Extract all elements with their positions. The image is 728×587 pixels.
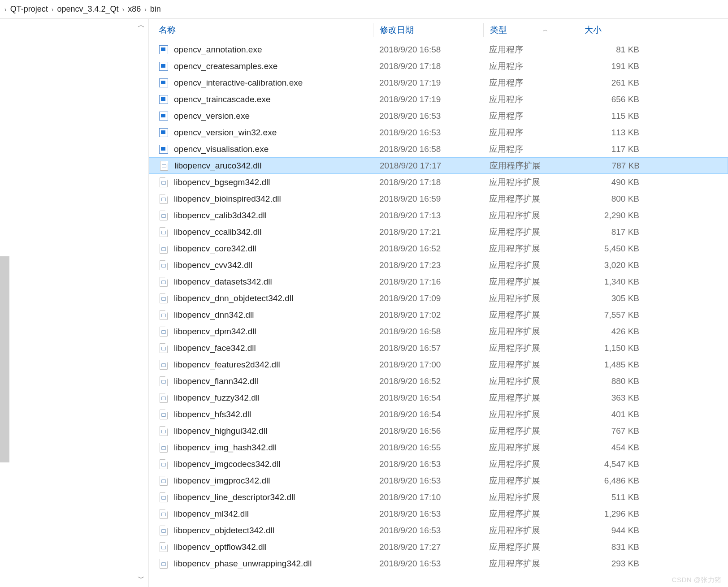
- breadcrumb-item[interactable]: opencv_3.4.2_Qt: [54, 4, 121, 14]
- file-row[interactable]: libopencv_dnn342.dll2018/9/20 17:02应用程序扩…: [149, 306, 728, 323]
- file-row[interactable]: libopencv_optflow342.dll2018/9/20 17:27应…: [149, 539, 728, 555]
- file-name: opencv_createsamples.exe: [174, 61, 373, 71]
- file-name: libopencv_dnn342.dll: [174, 310, 373, 320]
- file-type: 应用程序: [483, 77, 577, 89]
- file-row[interactable]: libopencv_hfs342.dll2018/9/20 16:54应用程序扩…: [149, 406, 728, 423]
- file-type: 应用程序扩展: [483, 359, 577, 371]
- file-name: libopencv_datasets342.dll: [174, 277, 373, 287]
- file-row[interactable]: opencv_interactive-calibration.exe2018/9…: [149, 74, 728, 91]
- chevron-right-icon: ›: [51, 6, 55, 13]
- file-row[interactable]: libopencv_features2d342.dll2018/9/20 17:…: [149, 356, 728, 373]
- file-size: 305 KB: [577, 294, 646, 303]
- file-name: opencv_traincascade.exe: [174, 95, 373, 104]
- chevron-down-icon[interactable]: ﹀: [138, 574, 145, 583]
- dll-file-icon: [159, 244, 169, 254]
- file-size: 5,450 KB: [577, 244, 646, 254]
- file-type: 应用程序扩展: [483, 376, 577, 387]
- dll-file-icon: [159, 161, 169, 171]
- file-name: opencv_visualisation.exe: [174, 144, 373, 154]
- file-name: libopencv_phase_unwrapping342.dll: [174, 559, 373, 569]
- column-header-size[interactable]: 大小: [578, 19, 648, 41]
- dll-file-icon: [159, 476, 169, 486]
- file-row[interactable]: libopencv_datasets342.dll2018/9/20 17:16…: [149, 273, 728, 290]
- file-size: 1,296 KB: [577, 509, 646, 519]
- file-name: libopencv_imgcodecs342.dll: [174, 459, 373, 469]
- file-row[interactable]: libopencv_dnn_objdetect342.dll2018/9/20 …: [149, 290, 728, 306]
- file-row[interactable]: libopencv_imgcodecs342.dll2018/9/20 16:5…: [149, 456, 728, 472]
- file-row[interactable]: opencv_createsamples.exe2018/9/20 17:18应…: [149, 58, 728, 74]
- file-size: 817 KB: [577, 227, 646, 237]
- file-row[interactable]: libopencv_calib3d342.dll2018/9/20 17:13应…: [149, 207, 728, 224]
- file-size: 454 KB: [577, 443, 646, 453]
- file-row[interactable]: libopencv_bioinspired342.dll2018/9/20 16…: [149, 190, 728, 207]
- column-header-name[interactable]: 名称: [149, 19, 373, 41]
- file-date: 2018/9/20 16:54: [373, 393, 483, 403]
- file-date: 2018/9/20 17:18: [373, 61, 483, 71]
- navigation-pane[interactable]: ︿ ﹀: [0, 19, 149, 587]
- breadcrumb[interactable]: › QT-project › opencv_3.4.2_Qt › x86 › b…: [0, 0, 728, 19]
- file-name: libopencv_features2d342.dll: [174, 360, 373, 370]
- file-row[interactable]: libopencv_img_hash342.dll2018/9/20 16:55…: [149, 439, 728, 456]
- file-type: 应用程序扩展: [483, 177, 577, 188]
- file-date: 2018/9/20 16:58: [373, 327, 483, 337]
- file-name: libopencv_line_descriptor342.dll: [174, 492, 373, 502]
- file-row[interactable]: libopencv_core342.dll2018/9/20 16:52应用程序…: [149, 240, 728, 257]
- file-date: 2018/9/20 17:09: [373, 294, 483, 303]
- breadcrumb-item[interactable]: x86: [125, 4, 143, 14]
- file-size: 1,150 KB: [577, 343, 646, 353]
- file-row[interactable]: opencv_visualisation.exe2018/9/20 16:58应…: [149, 141, 728, 157]
- file-row[interactable]: libopencv_flann342.dll2018/9/20 16:52应用程…: [149, 373, 728, 389]
- file-row[interactable]: libopencv_ml342.dll2018/9/20 16:53应用程序扩展…: [149, 505, 728, 522]
- file-name: libopencv_core342.dll: [174, 244, 373, 254]
- chevron-right-icon: ›: [121, 6, 125, 13]
- file-size: 191 KB: [577, 61, 646, 71]
- scrollbar-thumb[interactable]: [0, 256, 9, 462]
- breadcrumb-item[interactable]: bin: [147, 4, 164, 14]
- file-date: 2018/9/20 16:53: [373, 476, 483, 486]
- file-type: 应用程序扩展: [483, 425, 577, 437]
- file-row[interactable]: libopencv_dpm342.dll2018/9/20 16:58应用程序扩…: [149, 323, 728, 340]
- file-row[interactable]: libopencv_cvv342.dll2018/9/20 17:23应用程序扩…: [149, 257, 728, 273]
- file-date: 2018/9/20 17:00: [373, 360, 483, 370]
- column-header-type[interactable]: 类型 ︿: [484, 19, 578, 41]
- file-row[interactable]: libopencv_ccalib342.dll2018/9/20 17:21应用…: [149, 224, 728, 240]
- column-header-date[interactable]: 修改日期: [373, 19, 483, 41]
- file-row[interactable]: opencv_annotation.exe2018/9/20 16:58应用程序…: [149, 41, 728, 58]
- file-row[interactable]: libopencv_objdetect342.dll2018/9/20 16:5…: [149, 522, 728, 539]
- file-size: 4,547 KB: [577, 459, 646, 469]
- file-type: 应用程序扩展: [483, 243, 577, 255]
- file-row[interactable]: opencv_version_win32.exe2018/9/20 16:53应…: [149, 124, 728, 141]
- file-type: 应用程序扩展: [483, 492, 577, 503]
- breadcrumb-item[interactable]: QT-project: [8, 4, 51, 14]
- dll-file-icon: [159, 177, 169, 187]
- file-size: 656 KB: [577, 95, 646, 104]
- file-row[interactable]: libopencv_line_descriptor342.dll2018/9/2…: [149, 489, 728, 505]
- file-row[interactable]: libopencv_imgproc342.dll2018/9/20 16:53应…: [149, 472, 728, 489]
- file-row[interactable]: opencv_version.exe2018/9/20 16:53应用程序115…: [149, 108, 728, 124]
- file-size: 944 KB: [577, 526, 646, 535]
- file-type: 应用程序扩展: [483, 309, 577, 321]
- file-name: libopencv_face342.dll: [174, 343, 373, 353]
- file-row[interactable]: libopencv_highgui342.dll2018/9/20 16:56应…: [149, 423, 728, 439]
- file-row[interactable]: libopencv_phase_unwrapping342.dll2018/9/…: [149, 555, 728, 572]
- file-row[interactable]: opencv_traincascade.exe2018/9/20 17:19应用…: [149, 91, 728, 108]
- file-name: opencv_version_win32.exe: [174, 128, 373, 138]
- file-type: 应用程序: [483, 110, 577, 122]
- file-row[interactable]: libopencv_bgsegm342.dll2018/9/20 17:18应用…: [149, 174, 728, 190]
- file-size: 490 KB: [577, 177, 646, 187]
- file-row[interactable]: libopencv_face342.dll2018/9/20 16:57应用程序…: [149, 340, 728, 356]
- file-date: 2018/9/20 17:02: [373, 310, 483, 320]
- chevron-up-icon[interactable]: ︿: [138, 21, 145, 30]
- file-type: 应用程序扩展: [483, 342, 577, 354]
- file-size: 787 KB: [577, 161, 647, 171]
- file-rows: opencv_annotation.exe2018/9/20 16:58应用程序…: [149, 41, 728, 587]
- file-type: 应用程序扩展: [483, 160, 577, 172]
- file-row[interactable]: libopencv_aruco342.dll2018/9/20 17:17应用程…: [149, 157, 728, 174]
- file-size: 511 KB: [577, 492, 646, 502]
- file-name: libopencv_aruco342.dll: [174, 161, 373, 171]
- file-size: 426 KB: [577, 327, 646, 337]
- file-row[interactable]: libopencv_fuzzy342.dll2018/9/20 16:54应用程…: [149, 389, 728, 406]
- file-type: 应用程序: [483, 127, 577, 138]
- file-type: 应用程序扩展: [483, 558, 577, 570]
- dll-file-icon: [159, 542, 169, 552]
